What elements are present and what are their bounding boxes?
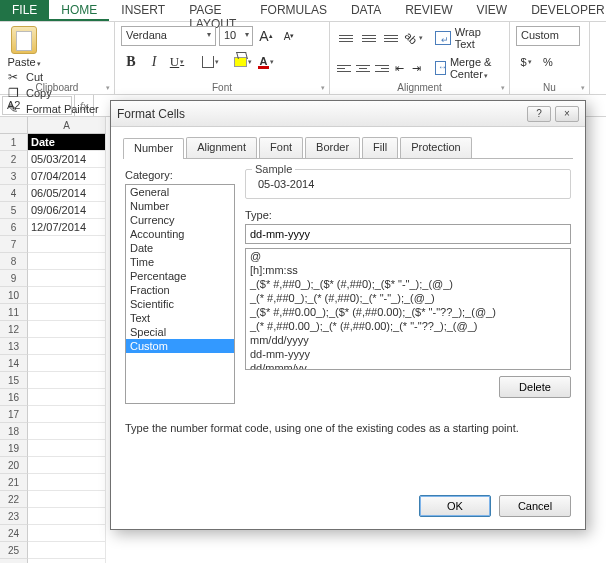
category-item[interactable]: Percentage (126, 269, 234, 283)
type-input[interactable] (245, 224, 571, 244)
decrease-font-button[interactable]: A▾ (279, 26, 299, 46)
dialog-tab-font[interactable]: Font (259, 137, 303, 158)
type-list[interactable]: @[h]:mm:ss_($* #,##0_);_($* (#,##0);_($*… (245, 248, 571, 370)
type-list-item[interactable]: _(* #,##0.00_);_(* (#,##0.00);_(* "-"??_… (246, 319, 570, 333)
accounting-format-button[interactable]: $ (516, 52, 536, 72)
type-list-item[interactable]: mm/dd/yyyy (246, 333, 570, 347)
data-cell[interactable]: 05/03/2014 (28, 151, 106, 168)
tab-view[interactable]: VIEW (465, 0, 520, 21)
italic-button[interactable]: I (144, 52, 164, 72)
merge-center-button[interactable]: Merge & Center (435, 56, 503, 80)
data-cell[interactable] (28, 525, 106, 542)
data-cell[interactable]: 09/06/2014 (28, 202, 106, 219)
tab-formulas[interactable]: FORMULAS (248, 0, 339, 21)
data-cell[interactable] (28, 270, 106, 287)
dialog-tab-fill[interactable]: Fill (362, 137, 398, 158)
tab-developer[interactable]: DEVELOPER (519, 0, 606, 21)
row-header[interactable]: 24 (0, 525, 28, 542)
row-header[interactable]: 22 (0, 491, 28, 508)
data-cell[interactable] (28, 474, 106, 491)
dialog-tab-number[interactable]: Number (123, 138, 184, 159)
row-header[interactable]: 7 (0, 236, 28, 253)
category-item[interactable]: Custom (126, 339, 234, 353)
dialog-tab-protection[interactable]: Protection (400, 137, 472, 158)
data-cell[interactable] (28, 389, 106, 406)
data-cell[interactable] (28, 423, 106, 440)
font-size-select[interactable]: 10 (219, 26, 253, 46)
type-list-item[interactable]: dd-mm-yyyy (246, 347, 570, 361)
data-cell[interactable] (28, 491, 106, 508)
data-cell[interactable] (28, 253, 106, 270)
border-button[interactable] (200, 52, 220, 72)
type-list-item[interactable]: _($* #,##0_);_($* (#,##0);_($* "-"_);_(@… (246, 277, 570, 291)
data-cell[interactable] (28, 236, 106, 253)
category-item[interactable]: Accounting (126, 227, 234, 241)
tab-review[interactable]: REVIEW (393, 0, 464, 21)
wrap-text-button[interactable]: Wrap Text (435, 26, 503, 50)
ok-button[interactable]: OK (419, 495, 491, 517)
data-cell[interactable] (28, 457, 106, 474)
header-cell[interactable]: Date (28, 134, 106, 151)
select-all-corner[interactable] (0, 117, 28, 134)
dialog-titlebar[interactable]: Format Cells ? × (111, 101, 585, 127)
align-middle-button[interactable] (359, 28, 379, 48)
data-cell[interactable] (28, 304, 106, 321)
type-list-item[interactable]: @ (246, 249, 570, 263)
category-item[interactable]: Scientific (126, 297, 234, 311)
category-item[interactable]: Number (126, 199, 234, 213)
row-header[interactable]: 19 (0, 440, 28, 457)
align-center-button[interactable] (355, 58, 371, 78)
category-item[interactable]: General (126, 185, 234, 199)
category-item[interactable]: Fraction (126, 283, 234, 297)
align-left-button[interactable] (336, 58, 352, 78)
row-header[interactable]: 5 (0, 202, 28, 219)
increase-font-button[interactable]: A▴ (256, 26, 276, 46)
dialog-close-button[interactable]: × (555, 106, 579, 122)
dialog-tab-border[interactable]: Border (305, 137, 360, 158)
row-header[interactable]: 23 (0, 508, 28, 525)
row-header[interactable]: 25 (0, 542, 28, 559)
category-item[interactable]: Time (126, 255, 234, 269)
row-header[interactable]: 4 (0, 185, 28, 202)
row-header[interactable]: 8 (0, 253, 28, 270)
row-header[interactable]: 13 (0, 338, 28, 355)
row-header[interactable]: 14 (0, 355, 28, 372)
data-cell[interactable] (28, 372, 106, 389)
delete-button[interactable]: Delete (499, 376, 571, 398)
row-header[interactable]: 6 (0, 219, 28, 236)
font-color-button[interactable]: A (256, 52, 276, 72)
data-cell[interactable] (28, 542, 106, 559)
align-right-button[interactable] (374, 58, 390, 78)
data-cell[interactable] (28, 321, 106, 338)
type-list-item[interactable]: _(* #,##0_);_(* (#,##0);_(* "-"_);_(@_) (246, 291, 570, 305)
row-header[interactable]: 17 (0, 406, 28, 423)
data-cell[interactable] (28, 559, 106, 563)
increase-indent-button[interactable]: ⇥ (410, 58, 424, 78)
category-item[interactable]: Currency (126, 213, 234, 227)
tab-data[interactable]: DATA (339, 0, 393, 21)
font-name-select[interactable]: Verdana (121, 26, 216, 46)
row-header[interactable]: 18 (0, 423, 28, 440)
row-header[interactable]: 3 (0, 168, 28, 185)
row-header[interactable]: 20 (0, 457, 28, 474)
category-item[interactable]: Text (126, 311, 234, 325)
data-cell[interactable]: 12/07/2014 (28, 219, 106, 236)
percent-format-button[interactable]: % (538, 52, 558, 72)
type-list-item[interactable]: [h]:mm:ss (246, 263, 570, 277)
data-cell[interactable] (28, 355, 106, 372)
cancel-button[interactable]: Cancel (499, 495, 571, 517)
data-cell[interactable]: 07/04/2014 (28, 168, 106, 185)
underline-button[interactable]: U (167, 52, 187, 72)
category-list[interactable]: GeneralNumberCurrencyAccountingDateTimeP… (125, 184, 235, 404)
tab-home[interactable]: HOME (49, 0, 109, 21)
file-tab[interactable]: FILE (0, 0, 49, 21)
fill-color-button[interactable] (233, 52, 253, 72)
category-item[interactable]: Special (126, 325, 234, 339)
tab-insert[interactable]: INSERT (109, 0, 177, 21)
data-cell[interactable] (28, 440, 106, 457)
row-header[interactable]: 21 (0, 474, 28, 491)
decrease-indent-button[interactable]: ⇤ (393, 58, 407, 78)
number-format-select[interactable]: Custom (516, 26, 580, 46)
row-header[interactable]: 15 (0, 372, 28, 389)
row-header[interactable]: 12 (0, 321, 28, 338)
